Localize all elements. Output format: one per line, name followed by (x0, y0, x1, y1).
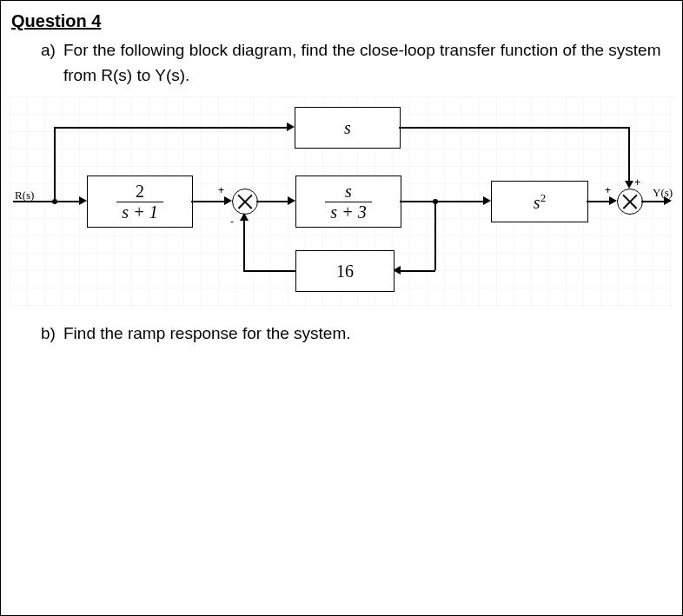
h-top-label: s (344, 118, 351, 138)
wire (628, 127, 630, 182)
page: Question 4 a) For the following block di… (0, 0, 683, 616)
block-g2: s s + 3 (295, 176, 401, 228)
summing-junction-2 (617, 189, 643, 215)
part-a: a) For the following block diagram, find… (41, 38, 673, 88)
arrowhead-icon (224, 196, 232, 205)
part-a-text: For the following block diagram, find th… (63, 38, 673, 88)
wire (434, 201, 436, 270)
arrowhead-icon (483, 196, 491, 205)
wire (54, 127, 290, 129)
sum2-sign-left: + (605, 184, 611, 196)
arrowhead-icon (625, 181, 633, 189)
g3-base: s (534, 192, 540, 211)
arrowhead-icon (288, 196, 295, 205)
arrowhead-icon (287, 123, 295, 131)
g2-denominator: s + 3 (325, 202, 371, 222)
g2-numerator: s (340, 182, 357, 202)
wire (243, 270, 295, 272)
g1-numerator: 2 (130, 182, 149, 202)
wire (400, 270, 435, 272)
wire (191, 201, 226, 202)
wire (400, 201, 487, 202)
part-b: b) Find the ramp response for the system… (41, 321, 673, 347)
g1-denominator: s + 1 (116, 202, 162, 222)
summing-junction-1 (232, 189, 258, 215)
block-h-feedback: 16 (295, 250, 395, 292)
arrowhead-icon (79, 196, 87, 205)
arrowhead-icon (240, 213, 249, 221)
part-a-letter: a) (41, 38, 63, 88)
sum1-sign-bottom: - (230, 215, 234, 228)
sum1-sign-left: + (218, 184, 224, 196)
wire (256, 201, 291, 202)
g3-exponent: 2 (540, 191, 547, 204)
wire (243, 219, 245, 271)
h-feedback-label: 16 (336, 262, 354, 282)
block-g3: s2 (491, 181, 588, 222)
arrowhead-icon (609, 196, 617, 205)
wire (399, 127, 629, 129)
wire (54, 127, 56, 202)
block-h-top: s (295, 107, 401, 149)
block-g1: 2 s + 1 (87, 176, 193, 228)
sum2-sign-top: + (634, 176, 640, 189)
output-label: Y(s) (653, 186, 673, 200)
block-diagram: R(s) 2 s + 1 + s s + 3 (10, 96, 673, 309)
wire (13, 201, 83, 202)
question-number: Question 4 (11, 11, 673, 31)
part-b-letter: b) (41, 321, 63, 347)
part-b-text: Find the ramp response for the system. (63, 321, 673, 347)
